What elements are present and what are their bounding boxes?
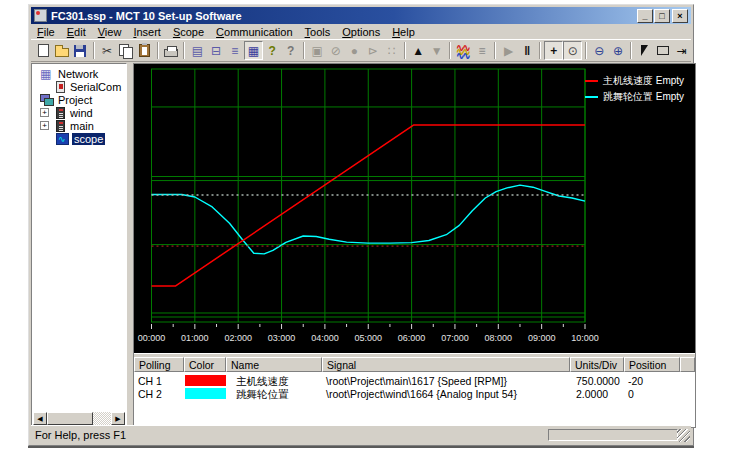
zoom-window-button[interactable]: ⊙ [563,41,582,60]
move-up-icon: ▲ [412,45,424,57]
project-tree[interactable]: NetworkSerialComProject+wind+mainscope ◀… [31,63,127,428]
tree-view-button[interactable]: ⊟ [207,41,226,60]
x-tick-label: 03:000 [268,333,296,343]
move-up-button[interactable]: ▲ [409,41,428,60]
sync-button: ∷ [382,41,401,60]
sidebar-item-scope[interactable]: scope [32,132,126,145]
channel-color-swatch[interactable] [185,375,226,386]
go-to-end-button[interactable]: ⇥ [672,41,691,60]
zoom-out-icon: ⊖ [594,45,604,57]
table-header-color[interactable]: Color [184,357,226,372]
close-button[interactable]: × [672,9,688,23]
menu-item-options[interactable]: Options [336,25,386,39]
resize-grip[interactable] [677,429,690,442]
grid-lines-icon: ≡ [478,45,485,57]
move-down-icon: ▼ [431,45,443,57]
zoom-window-icon: ⊙ [568,45,578,57]
toolbar-separator [303,42,305,59]
list-view-icon: ≡ [231,45,238,57]
table-header-position[interactable]: Position [624,357,680,372]
new-icon [38,44,49,57]
cut-button[interactable]: ✂ [98,41,117,60]
menu-item-help[interactable]: Help [386,25,421,39]
tree-expander-icon[interactable]: + [40,121,49,130]
go-to-end-icon: ⇥ [677,45,687,57]
table-cell-signal: \root\Project\main\1617 {Speed [RPM]} [322,375,570,388]
print-button[interactable] [162,41,181,60]
titlebar[interactable]: FC301.ssp - MCT 10 Set-up Software _ □ × [31,7,691,24]
channel-table[interactable]: PollingColorNameSignalUnits/DivPositionC… [134,357,695,427]
tree-view-icon: ⊟ [211,45,221,57]
scroll-right-button[interactable]: ▶ [111,412,125,425]
drive-icon [56,120,65,132]
menu-item-file[interactable]: File [31,25,61,39]
pause-button[interactable]: ‖ [518,41,537,60]
project-icon [40,94,53,106]
stop-button: ⊘ [327,41,346,60]
table-cell-name: 跳舞轮位置 [226,388,322,401]
x-tick-label: 04:000 [311,333,339,343]
zoom-in-button[interactable]: ⊕ [609,41,628,60]
menu-item-scope[interactable]: Scope [167,25,210,39]
save-button[interactable] [71,41,90,60]
table-header-blank[interactable] [680,357,695,372]
channel-color-swatch[interactable] [185,388,226,399]
scope-chart[interactable]: 主机线速度 Empty跳舞轮位置 Empty 00:00001:00002:00… [134,64,695,353]
table-header-signal[interactable]: Signal [322,357,570,372]
scope-traces-button[interactable]: ∿∿∿∿∿∿ [454,41,473,60]
menubar: FileEditViewInsertScopeCommunicationTool… [31,24,691,39]
x-tick-label: 07:000 [441,333,469,343]
menu-item-view[interactable]: View [92,25,128,39]
table-header-polling[interactable]: Polling [134,357,184,372]
context-help-button[interactable]: ? [281,41,300,60]
scope-icon [56,133,69,145]
window-title: FC301.ssp - MCT 10 Set-up Software [51,10,242,22]
new-button[interactable] [34,41,53,60]
sidebar-item-serialcom[interactable]: SerialCom [32,80,126,93]
status-panel [548,429,678,441]
app-window: FC301.ssp - MCT 10 Set-up Software _ □ ×… [28,4,694,446]
menu-item-insert[interactable]: Insert [127,25,167,39]
copy-button[interactable] [116,41,135,60]
parameters-button[interactable]: ▤ [188,41,207,60]
table-header-units_div[interactable]: Units/Div [570,357,624,372]
tree-horizontal-scrollbar[interactable]: ◀ ▶ [33,412,125,426]
menu-item-communication[interactable]: Communication [210,25,298,39]
table-cell-polling: CH 2 [134,388,184,401]
menu-item-edit[interactable]: Edit [61,25,92,39]
toolbar-separator [157,42,159,59]
pointer-button[interactable] [635,41,654,60]
minimize-button[interactable]: _ [637,9,653,23]
legend-label: 跳舞轮位置 Empty [603,91,684,102]
toolbar-separator [630,42,632,59]
help-icon: ? [268,45,275,57]
open-button[interactable] [53,41,72,60]
paste-button[interactable] [135,41,154,60]
parameters-icon: ▤ [192,45,203,57]
grid-lines-button[interactable]: ≡ [473,41,492,60]
menu-item-tools[interactable]: Tools [299,25,337,39]
table-view-button[interactable]: ▦ [244,41,263,60]
sidebar-item-wind[interactable]: +wind [32,106,126,119]
cut-icon: ✂ [102,45,112,57]
crosshair-button[interactable]: + [544,41,563,60]
x-tick-label: 06:000 [398,333,426,343]
zoom-out-button[interactable]: ⊖ [590,41,609,60]
sidebar-item-main[interactable]: +main [32,119,126,132]
scope-view: 主机线速度 Empty跳舞轮位置 Empty 00:00001:00002:00… [133,63,696,428]
scrollbar-thumb[interactable] [47,412,93,425]
maximize-button[interactable]: □ [654,9,670,23]
tree-expander-icon[interactable]: + [40,108,49,117]
table-cell-position: 0 [624,388,680,401]
table-header-name[interactable]: Name [226,357,322,372]
list-view-button[interactable]: ≡ [225,41,244,60]
write-to-drive-icon: ⊳ [368,45,378,57]
table-cell-units_div: 750.0000 [570,375,624,388]
sidebar-item-network[interactable]: Network [32,67,126,80]
sidebar-item-project[interactable]: Project [32,93,126,106]
legend-label: 主机线速度 Empty [603,75,684,86]
zoom-box-button[interactable] [654,41,673,60]
scroll-left-button[interactable]: ◀ [33,412,47,425]
pause-icon: ‖ [524,45,530,57]
help-button[interactable]: ? [263,41,282,60]
